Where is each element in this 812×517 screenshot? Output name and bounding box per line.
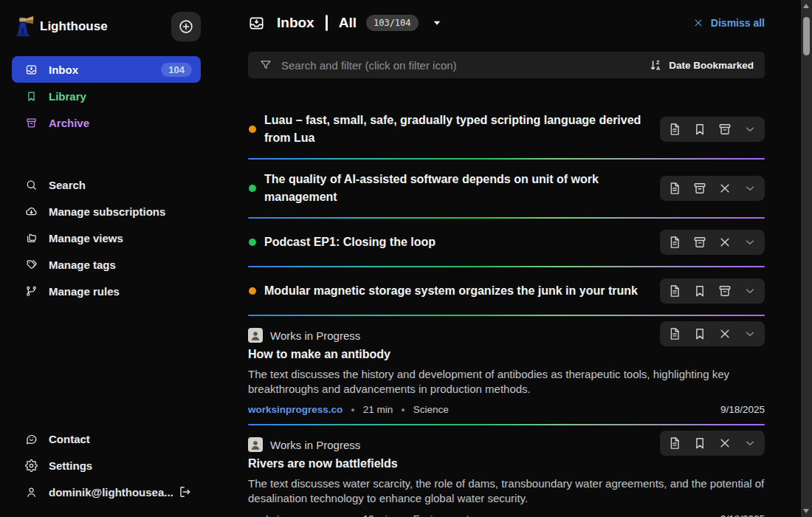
- lighthouse-logo-icon: [12, 14, 34, 39]
- app-window: Lighthouse Inbox 104 Library Archive Sea…: [0, 0, 812, 517]
- nav-item[interactable]: Manage tags: [12, 251, 201, 278]
- article-meta: worksinprogress.co ● 21 min ● Science 9/…: [248, 404, 765, 415]
- dismiss-button[interactable]: [718, 235, 732, 250]
- category-tag: Environment: [413, 513, 469, 517]
- bookmark-date: 9/18/2025: [720, 513, 765, 517]
- add-button[interactable]: [171, 12, 201, 41]
- sidebar-header: Lighthouse: [12, 12, 201, 41]
- bookmark-button[interactable]: [692, 436, 707, 451]
- list-item[interactable]: The quality of AI-assisted software depe…: [248, 160, 765, 219]
- scope-label: All: [339, 15, 357, 31]
- item-actions: [660, 321, 765, 346]
- scroll-down-arrow[interactable]: [803, 509, 809, 513]
- scroll-up-arrow[interactable]: [803, 4, 809, 8]
- document-button[interactable]: [667, 326, 682, 341]
- bookmark-button[interactable]: [692, 326, 707, 341]
- article-meta: worksinprogress.co ● 19 min ● Environmen…: [248, 513, 765, 517]
- list-item[interactable]: Luau – fast, small, safe, gradually type…: [248, 100, 765, 160]
- app-title: Lighthouse: [40, 19, 108, 34]
- item-actions: [660, 176, 765, 201]
- nav-label: Contact: [49, 433, 90, 445]
- scrollbar[interactable]: [801, 0, 812, 517]
- item-title: Modular magnetic storage system organize…: [264, 282, 650, 300]
- nav-item[interactable]: Manage subscriptions: [12, 198, 201, 225]
- user-icon: [25, 486, 38, 499]
- item-title: Podcast EP1: Closing the loop: [264, 233, 650, 251]
- chevron-down-button[interactable]: [743, 436, 757, 451]
- status-dot: [249, 185, 256, 192]
- item-actions: [660, 278, 765, 304]
- nav-bottom: Contact Settings: [12, 425, 201, 479]
- sidebar: Lighthouse Inbox 104 Library Archive Sea…: [0, 0, 201, 517]
- article-item[interactable]: Works in Progress How to make an antibod…: [248, 316, 765, 425]
- chevron-down-button[interactable]: [743, 235, 757, 250]
- nav-item[interactable]: Archive: [12, 109, 201, 136]
- account-row[interactable]: dominik@lighthousea...: [12, 479, 201, 505]
- bookmark-button[interactable]: [692, 284, 707, 298]
- count-badge: 103/104: [366, 15, 419, 31]
- circle-plus-icon: [178, 18, 194, 35]
- nav-item[interactable]: Manage rules: [12, 278, 201, 304]
- portrait-icon: [250, 329, 261, 341]
- nav-badge: 104: [161, 63, 192, 77]
- sort-label: Date Bookmarked: [669, 60, 754, 71]
- item-actions: [660, 117, 765, 142]
- dismiss-all-button[interactable]: Dismiss all: [692, 17, 765, 29]
- archive-button[interactable]: [692, 235, 707, 250]
- main-panel: Inbox All 103/104 Dismiss all ZA Date Bo…: [248, 0, 765, 517]
- dismiss-button[interactable]: [718, 326, 732, 341]
- list-item[interactable]: Modular magnetic storage system organize…: [248, 267, 765, 316]
- search-input[interactable]: [281, 59, 649, 72]
- chevron-down-button[interactable]: [743, 122, 757, 137]
- dismiss-button[interactable]: [718, 436, 732, 451]
- read-time: 21 min: [363, 404, 393, 415]
- source-name: Works in Progress: [270, 439, 360, 451]
- nav-label: Manage rules: [49, 285, 120, 298]
- document-button[interactable]: [667, 284, 682, 298]
- nav-item[interactable]: Settings: [12, 452, 201, 479]
- nav-icon: [25, 179, 38, 191]
- nav-item[interactable]: Library: [12, 83, 201, 109]
- nav-label: Search: [49, 179, 86, 191]
- filter-icon[interactable]: [259, 58, 272, 72]
- nav-label: Archive: [49, 117, 89, 129]
- document-button[interactable]: [667, 122, 682, 137]
- chevron-down-button[interactable]: [743, 326, 757, 341]
- inbox-icon: [248, 15, 265, 32]
- scrollbar-thumb[interactable]: [803, 17, 810, 55]
- dismiss-button[interactable]: [718, 181, 732, 196]
- article-item[interactable]: Works in Progress Rivers are now battlef…: [248, 425, 765, 517]
- nav-icon: [25, 117, 38, 129]
- nav-item[interactable]: Search: [12, 171, 201, 198]
- nav-label: Library: [49, 90, 86, 103]
- archive-button[interactable]: [718, 122, 732, 137]
- nav-item[interactable]: Manage views: [12, 225, 201, 251]
- source-link[interactable]: worksinprogress.co: [248, 404, 343, 415]
- logout-button[interactable]: [177, 485, 192, 499]
- nav-item[interactable]: Contact: [12, 425, 201, 452]
- account-email: dominik@lighthousea...: [49, 486, 173, 499]
- sort-control[interactable]: ZA Date Bookmarked: [649, 58, 754, 72]
- chevron-down-button[interactable]: [743, 181, 757, 196]
- scope-dropdown-button[interactable]: [431, 17, 443, 29]
- item-actions: [660, 230, 765, 255]
- source-name: Works in Progress: [270, 329, 360, 342]
- document-button[interactable]: [667, 181, 682, 196]
- item-list: Luau – fast, small, safe, gradually type…: [248, 100, 765, 517]
- archive-button[interactable]: [718, 284, 732, 298]
- archive-button[interactable]: [692, 181, 707, 196]
- chevron-down-button[interactable]: [743, 284, 757, 298]
- article-summary: The text discusses water scarcity, the r…: [248, 476, 765, 506]
- document-button[interactable]: [667, 436, 682, 451]
- nav-label: Manage subscriptions: [49, 205, 165, 218]
- nav-label: Settings: [49, 459, 92, 472]
- bookmark-button[interactable]: [692, 122, 707, 137]
- document-button[interactable]: [667, 235, 682, 250]
- item-title: The quality of AI-assisted software depe…: [264, 171, 650, 206]
- list-item[interactable]: Podcast EP1: Closing the loop: [248, 219, 765, 267]
- source-link[interactable]: worksinprogress.co: [248, 513, 343, 517]
- nav-icon: [25, 285, 38, 298]
- article-summary: The text discusses the history and devel…: [248, 367, 765, 397]
- nav-label: Manage tags: [49, 258, 116, 271]
- nav-item[interactable]: Inbox 104: [12, 56, 201, 83]
